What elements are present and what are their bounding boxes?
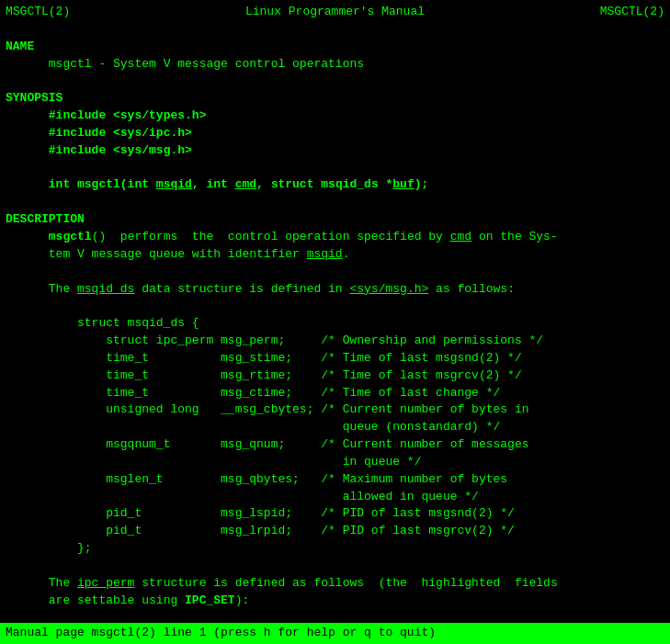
man-page-header: MSGCTL(2) Linux Programmer's Manual MSGC… (6, 4, 664, 21)
section-synopsis-label: SYNOPSIS (6, 90, 664, 107)
synopsis-blank (6, 160, 664, 177)
desc-blank (6, 264, 664, 281)
synopsis-func: int msgctl(int msqid, int cmd, struct ms… (6, 176, 664, 194)
section-description-label: DESCRIPTION (6, 211, 664, 229)
ipc-line2: are settable using IPC_SET): (6, 593, 664, 610)
ipc-line1: The ipc_perm structure is defined as fol… (6, 575, 664, 593)
header-left: MSGCTL(2) (6, 4, 70, 21)
status-bar: Manual page msgctl(2) line 1 (press h fo… (0, 623, 670, 644)
desc-line1: msgctl() performs the control operation … (6, 229, 664, 246)
section-name-content: msgctl - System V message control operat… (6, 56, 664, 73)
header-center: Linux Programmer's Manual (245, 4, 425, 21)
blank-line-2 (6, 73, 664, 90)
terminal-window: MSGCTL(2) Linux Programmer's Manual MSGC… (0, 0, 670, 644)
synopsis-line1: #include <sys/types.h> (6, 107, 664, 125)
blank-line-4 (6, 558, 664, 575)
header-right: MSGCTL(2) (600, 4, 664, 21)
desc-line3: The msqid_ds data structure is defined i… (6, 281, 664, 299)
section-name-label: NAME (6, 39, 664, 56)
desc-line2: tem V message queue with identifier msqi… (6, 246, 664, 264)
desc-blank2 (6, 298, 664, 315)
blank-line-1 (6, 21, 664, 39)
blank-line-3 (6, 194, 664, 211)
struct-msqid-ds: struct msqid_ds { struct ipc_perm msg_pe… (6, 315, 664, 558)
synopsis-line2: #include <sys/ipc.h> (6, 125, 664, 142)
synopsis-line3: #include <sys/msg.h> (6, 142, 664, 160)
